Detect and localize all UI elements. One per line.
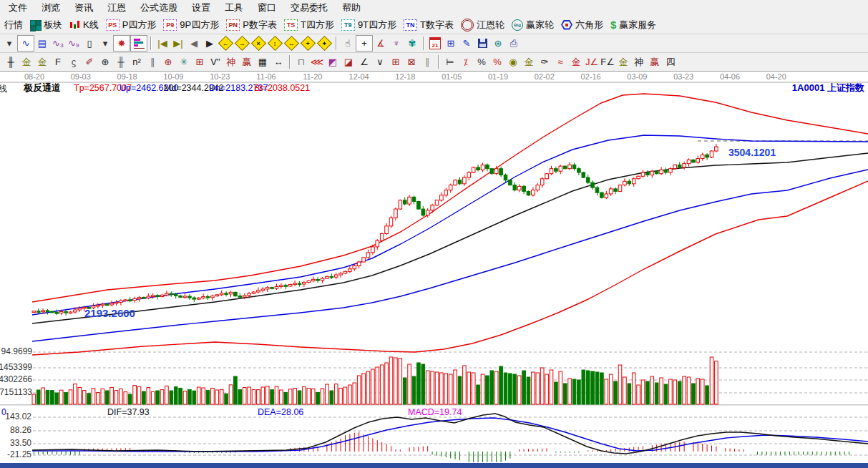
angle-rays-icon[interactable]: ∠ <box>356 54 372 69</box>
circle-target-icon[interactable]: ⊕ <box>160 54 176 69</box>
module-t-square[interactable]: TST四方形 <box>284 19 334 31</box>
candle-body <box>683 164 686 167</box>
module-t-table[interactable]: TNT数字表 <box>404 19 454 31</box>
zoom-out-diamond-icon[interactable]: ↔ <box>284 36 299 51</box>
menu-item-5[interactable]: 设置 <box>185 0 218 16</box>
module-sectors[interactable]: 板块 <box>30 19 62 31</box>
angle-measure-icon[interactable]: ∡ <box>373 36 389 51</box>
n-square-icon[interactable]: n² <box>129 54 145 69</box>
first-bar-icon[interactable]: |◀ <box>155 36 170 51</box>
percent-retrace-icon[interactable]: ⁒ <box>458 54 474 69</box>
slash-lines-icon[interactable]: ∥ <box>145 54 160 69</box>
calendar-icon[interactable]: 21 <box>427 36 443 51</box>
menu-item-4[interactable]: 公式选股 <box>133 0 185 16</box>
shen-angle-icon[interactable]: 神 <box>631 54 647 69</box>
gold-circle-icon[interactable]: ◉ <box>505 54 521 69</box>
percent-icon[interactable]: % <box>474 54 489 69</box>
next-bar-icon[interactable]: ▶ <box>202 36 218 51</box>
parallel-slash-icon[interactable]: ∥ <box>419 54 435 69</box>
wave9-icon[interactable]: ∿₉ <box>66 36 82 51</box>
module-hexagon[interactable]: 六角形 <box>561 19 603 31</box>
shen-tool-icon[interactable]: 神 <box>223 54 239 69</box>
star-web-icon[interactable]: ✳ <box>176 54 192 69</box>
gold-grid2-icon[interactable]: 金 <box>34 54 50 69</box>
tick-lines-icon[interactable]: ╫ <box>113 54 129 69</box>
menu-item-1[interactable]: 浏览 <box>34 0 67 16</box>
save-icon[interactable] <box>474 36 490 51</box>
gold-grid1-icon[interactable]: 金 <box>19 54 34 69</box>
menu-item-0[interactable]: 文件 <box>1 0 34 16</box>
fibonacci-icon[interactable]: F <box>50 54 66 69</box>
ying-angle-icon[interactable]: 赢 <box>647 54 663 69</box>
pan-left-diamond-icon[interactable]: ← <box>218 36 233 51</box>
calculator-icon[interactable]: ⊞ <box>443 36 459 51</box>
menu-item-8[interactable]: 交易委托 <box>283 0 335 16</box>
panel-dropdown-icon[interactable]: ▾ <box>1 36 17 51</box>
last-bar-icon[interactable]: ▶| <box>170 36 186 51</box>
brush-icon[interactable]: ✐ <box>82 54 97 69</box>
chart-area[interactable]: 08-2009-0309-1810-0910-2311-0611-2012-04… <box>0 72 868 468</box>
module-winner-service[interactable]: $赢家服务 <box>610 19 656 31</box>
module-9p-square[interactable]: P99P四方形 <box>163 19 219 31</box>
price-ruler-icon[interactable]: ⊨ <box>442 54 458 69</box>
crosshair-icon[interactable]: + <box>356 35 373 52</box>
spiral2-icon[interactable]: ϛ <box>66 54 82 69</box>
gold-band-icon[interactable]: 金 <box>568 54 584 69</box>
hand-tool-icon[interactable]: ☝ <box>340 36 356 51</box>
fan-grid-icon[interactable]: ◪ <box>341 54 356 69</box>
gold-line-icon[interactable]: 金 <box>521 54 537 69</box>
grid-lines-icon[interactable]: ╫ <box>3 54 19 69</box>
gold-angle-icon[interactable]: 金 <box>615 54 631 69</box>
module-p-table[interactable]: PNP数字表 <box>226 19 277 31</box>
v-marks-icon[interactable]: V" <box>208 54 223 69</box>
spiral-tool-icon[interactable]: ✾ <box>404 36 420 51</box>
marker-pen-icon[interactable]: ✑ <box>537 54 552 69</box>
grid-red2-icon[interactable]: ⊠ <box>404 54 419 69</box>
menu-item-7[interactable]: 窗口 <box>250 0 283 16</box>
pattern-icon[interactable]: ✸ <box>113 35 130 52</box>
menu-item-9[interactable]: 帮助 <box>335 0 368 16</box>
gann-shape-icon[interactable]: ♆ <box>389 36 404 51</box>
red-fan-icon[interactable]: ⋘ <box>309 54 325 69</box>
j-angle-icon[interactable]: J∠ <box>584 54 600 69</box>
box-frame-icon[interactable]: ⊓ <box>293 54 309 69</box>
volume-profile-icon[interactable] <box>130 35 147 52</box>
zoom-y-diamond-icon[interactable]: ↕ <box>268 36 283 51</box>
prev-bar-icon[interactable]: ◀ <box>186 36 202 51</box>
menu-item-6[interactable]: 工具 <box>218 0 250 16</box>
cycle-circle-icon[interactable]: ⊕ <box>97 54 113 69</box>
module-quotes[interactable]: 行情 <box>4 19 23 31</box>
zoom-x-diamond-icon[interactable]: × <box>251 36 266 51</box>
zoom-in-diamond-icon[interactable]: + <box>301 36 316 51</box>
span-arrow-icon[interactable]: ↔ <box>270 54 286 69</box>
module-9t-square[interactable]: T99T四方形 <box>341 19 396 31</box>
module-gann-wheel[interactable]: 江恩轮 <box>461 19 504 31</box>
ruler-grid-icon[interactable]: ▦ <box>255 54 270 69</box>
menu-item-3[interactable]: 江恩 <box>100 0 133 16</box>
percent-line-icon[interactable]: % <box>489 54 505 69</box>
workstation-icon[interactable]: ⎙ <box>506 36 522 51</box>
info-list-icon[interactable]: ▤ <box>34 36 50 51</box>
module-kline[interactable]: K线 <box>69 19 99 31</box>
candle-tool-icon[interactable]: ▯ <box>82 36 97 51</box>
module-winner-wheel[interactable]: Big赢家轮 <box>512 19 554 31</box>
menu-item-2[interactable]: 资讯 <box>67 0 100 16</box>
wave-band-icon[interactable]: ≈ <box>552 54 568 69</box>
notes-icon[interactable]: ✎ <box>459 36 474 51</box>
pan-right-diamond-icon[interactable]: → <box>235 36 250 51</box>
trend-chart-icon[interactable]: ∿ <box>17 35 34 52</box>
f-angle-icon[interactable]: F∠ <box>600 54 615 69</box>
zoom-fit-diamond-icon[interactable]: ✦ <box>317 36 332 51</box>
candle-body <box>174 294 177 296</box>
si-angle-icon[interactable]: 四 <box>663 54 678 69</box>
grid-red1-icon[interactable]: ⊞ <box>388 54 404 69</box>
network-icon[interactable]: ⊛ <box>490 36 506 51</box>
ying-tool-icon[interactable]: 赢 <box>239 54 255 69</box>
fan-box-icon[interactable]: ◩ <box>325 54 341 69</box>
zigzag-icon[interactable]: ∨ <box>372 54 388 69</box>
wave3-icon[interactable]: ∿₃ <box>50 36 66 51</box>
candle-dropdown-icon[interactable]: ▾ <box>97 36 113 51</box>
module-p-square[interactable]: PSP四方形 <box>106 19 157 31</box>
kline-chart-canvas[interactable]: 08-2009-0309-1810-0910-2311-0611-2012-04… <box>0 72 868 468</box>
grid-web-icon[interactable]: ⊞ <box>192 54 208 69</box>
